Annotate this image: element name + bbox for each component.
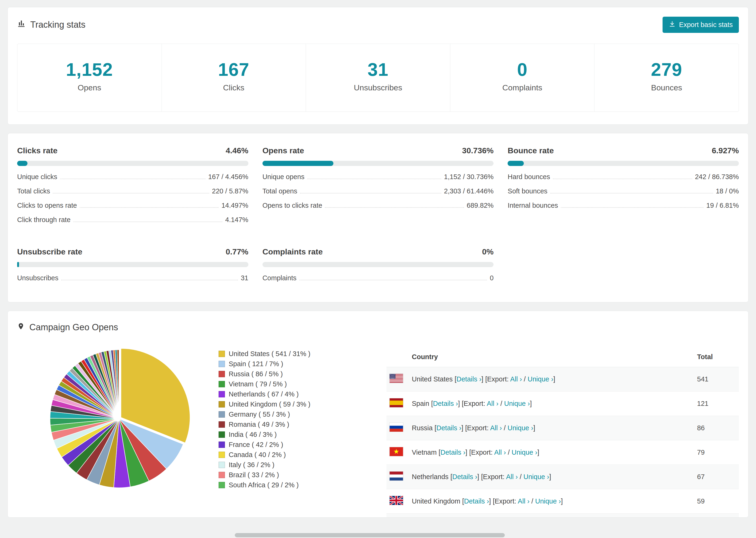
rate-stat-label: Unique clicks <box>17 173 57 181</box>
legend-swatch <box>219 462 225 468</box>
rate-header: Unsubscribe rate0.77% <box>17 247 248 256</box>
bracket: ] <box>489 497 491 505</box>
rate-stat-value: 4.147% <box>225 216 248 224</box>
details-link[interactable]: Details › <box>441 449 465 456</box>
details-link[interactable]: Details › <box>464 497 489 505</box>
export-prefix: Export: <box>483 473 506 480</box>
rate-stat-value: 19 / 6.81% <box>706 202 739 209</box>
legend-swatch <box>219 421 225 428</box>
export-unique-link[interactable]: Unique › <box>523 473 549 480</box>
legend-swatch <box>219 482 225 488</box>
export-all-link[interactable]: All › <box>494 449 506 456</box>
rate-stat-label: Total clicks <box>17 187 50 195</box>
bracket: ] <box>553 375 555 383</box>
legend-swatch <box>219 371 225 377</box>
legend-item: Brazil ( 33 / 2% ) <box>219 470 359 480</box>
horizontal-scrollbar-thumb[interactable] <box>235 533 505 537</box>
legend-swatch <box>219 452 225 458</box>
stat-box-clicks: 167Clicks <box>162 44 306 112</box>
legend-swatch <box>219 361 225 367</box>
legend-item: Vietnam ( 79 / 5% ) <box>219 379 359 389</box>
legend-item: South Africa ( 29 / 2% ) <box>219 480 359 490</box>
tracking-stats-row: 1,152Opens167Clicks31Unsubscribes0Compla… <box>17 44 739 112</box>
stat-label: Opens <box>17 83 162 92</box>
rate-stat-row: Hard bounces242 / 86.738% <box>508 170 739 184</box>
dotted-leader <box>300 193 441 193</box>
export-unique-link[interactable]: Unique › <box>508 424 533 432</box>
rate-stat-value: 2,303 / 61.446% <box>444 187 494 195</box>
export-all-link[interactable]: All › <box>487 400 499 407</box>
geo-table-row: Vietnam [Details ›] [Export: All › / Uni… <box>387 440 739 465</box>
geo-table-row: Germany [Details ›] [Export: All › / Uni… <box>387 513 739 518</box>
bracket: ] <box>533 424 535 432</box>
legend-swatch <box>219 442 225 448</box>
export-all-link[interactable]: All › <box>518 497 529 505</box>
total-column-header: Total <box>694 347 739 367</box>
rate-title: Unsubscribe rate <box>17 247 82 256</box>
export-all-link[interactable]: All › <box>490 424 502 432</box>
rate-stat-row: Complaints0 <box>262 271 494 285</box>
rate-stat-label: Soft bounces <box>508 187 547 195</box>
legend-label: Canada ( 40 / 2% ) <box>229 451 286 459</box>
export-all-link[interactable]: All › <box>506 473 518 480</box>
export-basic-stats-button[interactable]: Export basic stats <box>663 17 739 33</box>
rate-value: 0% <box>482 247 494 256</box>
pie-svg[interactable] <box>47 347 191 491</box>
separator: / <box>502 424 508 432</box>
rate-stat-label: Total opens <box>262 187 297 195</box>
flag-column-header <box>387 347 409 367</box>
country-flag-ru-icon <box>389 422 404 432</box>
rate-block-clicks-rate: Clicks rate4.46%Unique clicks167 / 4.456… <box>17 146 248 227</box>
rate-stat-row: Clicks to opens rate14.497% <box>17 198 248 213</box>
details-link[interactable]: Details › <box>433 400 458 407</box>
rate-progress-track <box>17 262 248 267</box>
bracket: ] <box>561 497 563 505</box>
rate-block-bounce-rate: Bounce rate6.927%Hard bounces242 / 86.73… <box>508 146 739 227</box>
stat-label: Unsubscribes <box>306 83 450 92</box>
geo-opens-card: Campaign Geo Opens United States ( 541 /… <box>8 311 748 517</box>
legend-item: Spain ( 121 / 7% ) <box>219 359 359 369</box>
export-prefix: Export: <box>495 497 518 505</box>
bracket: [ <box>493 497 495 505</box>
legend-label: Vietnam ( 79 / 5% ) <box>229 380 287 388</box>
rate-stat-row: Unique opens1,152 / 30.736% <box>262 170 494 184</box>
rate-stat-row: Opens to clicks rate689.82% <box>262 198 494 213</box>
details-link[interactable]: Details › <box>453 473 477 480</box>
export-prefix: Export: <box>471 449 494 456</box>
export-button-label: Export basic stats <box>679 21 733 28</box>
rate-header: Opens rate30.736% <box>262 146 494 155</box>
legend-item: Italy ( 36 / 2% ) <box>219 460 359 470</box>
rate-stat-value: 1,152 / 30.736% <box>444 173 494 181</box>
rates-card: Clicks rate4.46%Unique clicks167 / 4.456… <box>8 133 748 302</box>
dotted-leader <box>550 193 713 193</box>
legend-swatch <box>219 351 225 357</box>
rate-progress-track <box>508 161 739 166</box>
bracket: [ <box>450 473 452 480</box>
export-unique-link[interactable]: Unique › <box>512 449 537 456</box>
details-link[interactable]: Details › <box>457 375 481 383</box>
rate-stat-label: Unique opens <box>262 173 304 181</box>
stat-label: Clicks <box>162 83 306 92</box>
export-unique-link[interactable]: Unique › <box>535 497 561 505</box>
country-name: Netherlands <box>412 473 449 480</box>
dotted-leader <box>80 207 219 208</box>
geo-pie-chart[interactable] <box>47 347 191 491</box>
rate-title: Opens rate <box>262 146 304 155</box>
legend-item: Russia ( 86 / 5% ) <box>219 369 359 379</box>
dotted-leader <box>53 193 209 193</box>
geo-table-row: Spain [Details ›] [Export: All › / Uniqu… <box>387 392 739 416</box>
export-unique-link[interactable]: Unique › <box>527 375 553 383</box>
rate-header: Clicks rate4.46% <box>17 146 248 155</box>
bracket: ] <box>458 400 460 407</box>
export-all-link[interactable]: All › <box>510 375 522 383</box>
legend-label: Russia ( 86 / 5% ) <box>229 370 283 378</box>
country-flag-gb-icon <box>389 496 404 505</box>
geo-table-header-row: Country Total <box>387 347 739 367</box>
legend-item: Germany ( 55 / 3% ) <box>219 409 359 419</box>
stat-value: 167 <box>162 59 306 80</box>
rate-stat-value: 167 / 4.456% <box>208 173 248 181</box>
rate-stat-label: Click through rate <box>17 216 71 224</box>
country-column-header: Country <box>409 347 694 367</box>
details-link[interactable]: Details › <box>436 424 461 432</box>
export-unique-link[interactable]: Unique › <box>504 400 530 407</box>
